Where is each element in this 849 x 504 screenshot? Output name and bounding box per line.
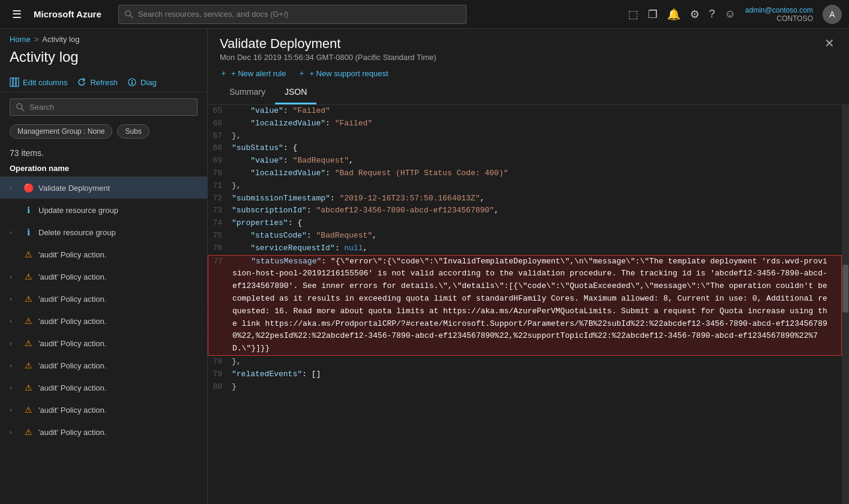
item-name: 'audit' Policy action. xyxy=(38,383,198,392)
line-content: "localizedValue": "Failed" xyxy=(232,118,842,130)
line-content: }, xyxy=(232,130,842,143)
status-icon: ⚠ xyxy=(23,405,34,415)
sidebar-item[interactable]: ℹUpdate resource group xyxy=(0,199,207,221)
refresh-button[interactable]: Refresh xyxy=(77,77,118,87)
new-support-request-button[interactable]: ＋ + New support request xyxy=(298,68,388,79)
status-icon: ⚠ xyxy=(23,294,34,304)
svg-point-8 xyxy=(17,103,22,109)
line-number: 71 xyxy=(208,180,232,193)
new-alert-label: + New alert rule xyxy=(231,69,286,78)
settings-icon[interactable]: ⚙ xyxy=(690,8,699,21)
user-email: admin@contoso.com xyxy=(745,6,813,14)
detail-header: Validate Deployment Mon Dec 16 2019 15:5… xyxy=(208,29,849,105)
diag-label: Diag xyxy=(140,78,157,87)
line-number: 76 xyxy=(208,242,232,255)
smiley-icon[interactable]: ☺ xyxy=(725,8,736,20)
status-icon: ⚠ xyxy=(23,250,34,259)
sidebar-item[interactable]: ›⚠'audit' Policy action. xyxy=(0,355,207,377)
close-icon[interactable]: ✕ xyxy=(822,34,837,53)
cloud-shell-icon[interactable]: ⬚ xyxy=(628,8,638,21)
json-line: 72"submissionTimestamp": "2019-12-16T23:… xyxy=(208,193,842,205)
diag-button[interactable]: Diag xyxy=(127,77,157,87)
line-number: 80 xyxy=(208,381,232,394)
global-search-input[interactable] xyxy=(138,10,460,19)
expand-icon: › xyxy=(10,406,18,413)
tab-summary[interactable]: Summary xyxy=(220,82,275,104)
sidebar-toolbar: Edit columns Refresh Diag xyxy=(0,73,207,92)
notifications-icon[interactable]: 🔔 xyxy=(667,8,680,21)
sidebar-item[interactable]: ›⚠'audit' Policy action. xyxy=(0,310,207,332)
item-name: Update resource group xyxy=(38,206,198,215)
hamburger-menu-icon[interactable]: ☰ xyxy=(7,5,26,23)
line-number: 79 xyxy=(208,368,232,381)
sidebar-item[interactable]: ›⚠'audit' Policy action. xyxy=(0,266,207,288)
sidebar-item[interactable]: ›⚠'audit' Policy action. xyxy=(0,288,207,310)
tab-json[interactable]: JSON xyxy=(275,82,316,104)
topbar-icons: ⬚ ❐ 🔔 ⚙ ? ☺ admin@contoso.com CONTOSO A xyxy=(628,5,842,24)
sidebar-item[interactable]: ⚠'audit' Policy action. xyxy=(0,244,207,266)
sidebar-item[interactable]: ›ℹDelete resource group xyxy=(0,221,207,244)
sidebar-item[interactable]: ›⚠'audit' Policy action. xyxy=(0,399,207,421)
items-count: 73 items. xyxy=(0,143,207,160)
breadcrumb: Home > Activity log xyxy=(0,29,207,46)
line-content: "subscriptionId": "abcdef12-3456-7890-ab… xyxy=(232,205,842,217)
diag-icon xyxy=(127,77,137,87)
line-content: "value": "Failed" xyxy=(232,105,842,118)
detail-actions: ＋ + New alert rule ＋ + New support reque… xyxy=(220,62,837,82)
sidebar-item[interactable]: ›🔴Validate Deployment xyxy=(0,177,207,199)
status-icon: ⚠ xyxy=(23,383,34,392)
item-name: Validate Deployment xyxy=(38,184,198,193)
new-alert-rule-button[interactable]: ＋ + New alert rule xyxy=(220,68,286,79)
line-number: 78 xyxy=(208,356,232,368)
scrollbar-track[interactable] xyxy=(842,105,849,504)
line-content: "relatedEvents": [] xyxy=(232,368,842,381)
filter-subscription[interactable]: Subs xyxy=(117,124,149,139)
json-line: 74"properties": { xyxy=(208,217,842,230)
edit-columns-button[interactable]: Edit columns xyxy=(10,77,67,87)
expand-icon: › xyxy=(10,340,18,347)
detail-tabs: Summary JSON xyxy=(220,82,837,104)
json-line: 80} xyxy=(208,381,842,394)
json-line: 71}, xyxy=(208,180,842,193)
line-content: "statusMessage": "{\"error\":{\"code\":\… xyxy=(232,256,841,355)
item-name: 'audit' Policy action. xyxy=(38,295,198,304)
status-icon: ℹ xyxy=(23,227,34,237)
expand-icon: › xyxy=(10,184,18,191)
json-line: 76 "serviceRequestId": null, xyxy=(208,242,842,255)
sidebar-search xyxy=(0,92,207,122)
item-name: 'audit' Policy action. xyxy=(38,428,198,437)
svg-line-1 xyxy=(130,15,133,17)
sidebar-item[interactable]: ›⚠'audit' Policy action. xyxy=(0,377,207,399)
detail-panel: Validate Deployment Mon Dec 16 2019 15:5… xyxy=(208,29,849,504)
scrollbar-thumb[interactable] xyxy=(842,265,848,313)
svg-rect-6 xyxy=(131,80,133,82)
sidebar-item[interactable]: ›⚠'audit' Policy action. xyxy=(0,421,207,443)
help-icon[interactable]: ? xyxy=(709,8,715,20)
line-content: } xyxy=(232,381,842,394)
sidebar-item[interactable]: ›⚠'audit' Policy action. xyxy=(0,332,207,355)
line-number: 72 xyxy=(208,193,232,205)
json-line: 70 "localizedValue": "Bad Request (HTTP … xyxy=(208,167,842,180)
svg-point-0 xyxy=(125,10,131,16)
line-number: 75 xyxy=(208,230,232,242)
page-title: Activity log xyxy=(0,46,207,73)
global-search-box[interactable] xyxy=(118,5,467,24)
main-layout: Home > Activity log Activity log Edit co… xyxy=(0,29,849,504)
expand-icon: › xyxy=(10,229,18,236)
breadcrumb-home[interactable]: Home xyxy=(10,35,31,44)
user-avatar[interactable]: A xyxy=(823,5,842,24)
expand-icon: › xyxy=(10,295,18,302)
status-icon: 🔴 xyxy=(23,183,34,193)
json-line: 78}, xyxy=(208,356,842,368)
item-name: 'audit' Policy action. xyxy=(38,317,198,326)
json-line: 65 "value": "Failed" xyxy=(208,105,842,118)
feedback-icon[interactable]: ❐ xyxy=(648,8,657,21)
svg-rect-2 xyxy=(10,78,13,86)
status-icon: ⚠ xyxy=(23,361,34,370)
sidebar-search-input[interactable] xyxy=(29,103,191,112)
sidebar-search-icon xyxy=(16,103,25,112)
json-content: 65 "value": "Failed"66 "localizedValue":… xyxy=(208,105,849,504)
filter-management-group[interactable]: Management Group : None xyxy=(10,124,112,139)
detail-subtitle: Mon Dec 16 2019 15:56:34 GMT-0800 (Pacif… xyxy=(220,53,437,62)
line-number: 74 xyxy=(208,217,232,230)
